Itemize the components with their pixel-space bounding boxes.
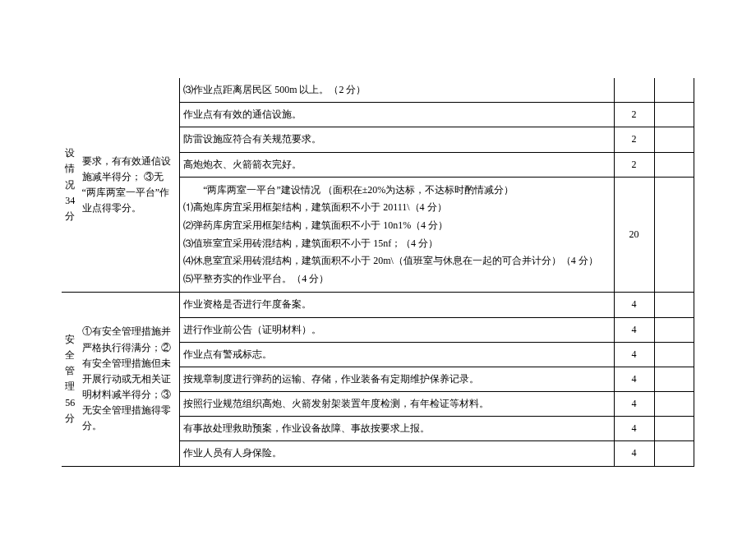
s1-score-3: 2 [614,127,654,152]
s2-item-5: 按照行业规范组织高炮、火箭发射架装置年度检测，有年检证等材料。 [180,392,614,417]
s1-item-5-l4: ⑶值班室宜采用砖混结构，建筑面积不小于 15nf；（4 分） [183,235,610,253]
s1-score-1 [614,78,654,103]
s2-score-7: 4 [614,441,654,466]
evaluation-table: 设情况34分 要求，有有效通信设施减半得分； ③无“两库两室一平台”作业点得零分… [62,78,694,467]
s1-score-2: 2 [614,103,654,127]
s1-empty-1 [654,78,694,103]
s2-empty-4 [654,367,694,391]
s2-item-7: 作业人员有人身保险。 [180,441,614,466]
s2-item-2: 进行作业前公告（证明材料）。 [180,317,614,342]
s2-empty-1 [654,293,694,317]
s2-score-6: 4 [614,417,654,441]
s1-empty-5 [654,177,694,293]
s1-item-5: “两库两室一平台”建设情况 （面积在±20%为达标，不达标时酌情减分） ⑴高炮库… [180,177,614,293]
s1-empty-3 [654,127,694,152]
s2-empty-6 [654,417,694,441]
s1-score-5: 20 [614,177,654,293]
s1-item-2: 作业点有有效的通信设施。 [180,103,614,127]
section1-description: 要求，有有效通信设施减半得分； ③无“两库两室一平台”作业点得零分。 [79,78,180,293]
section1-category: 设情况34分 [62,78,79,293]
s2-score-5: 4 [614,392,654,417]
s1-item-5-l5: ⑷休息室宜采用砖混结构，建筑面积不小于 20m\（值班室与休息在一起的可合并计分… [183,252,610,270]
s2-item-4: 按规章制度进行弹药的运输、存储，作业装备有定期维护保养记录。 [180,367,614,391]
s2-item-1: 作业资格是否进行年度备案。 [180,293,614,317]
s2-empty-5 [654,392,694,417]
s2-item-3: 作业点有警戒标志。 [180,342,614,367]
s1-item-5-l3: ⑵弹药库房宜采用框架结构，建筑面积不小于 10n1%（4 分） [183,217,610,235]
s1-empty-2 [654,103,694,127]
s1-empty-4 [654,152,694,177]
s2-score-2: 4 [614,317,654,342]
s1-item-4: 高炮炮衣、火箭箭衣完好。 [180,152,614,177]
s2-item-6: 有事故处理救助预案，作业设备故障、事故按要求上报。 [180,417,614,441]
s2-score-4: 4 [614,367,654,391]
s1-item-3: 防雷设施应符合有关规范要求。 [180,127,614,152]
s1-row1: 设情况34分 要求，有有效通信设施减半得分； ③无“两库两室一平台”作业点得零分… [62,78,694,103]
s1-item-5-l2: ⑴高炮库房宜采用框架结构，建筑面积不小于 20111\（4 分） [183,199,610,217]
section2-category: 安全管理56分 [62,293,79,466]
s1-score-4: 2 [614,152,654,177]
s2-empty-3 [654,342,694,367]
s2-score-3: 4 [614,342,654,367]
section2-description: ①有安全管理措施并严格执行得满分；②有安全管理措施但未开展行动或无相关证明材料减… [79,293,180,466]
s1-item-5-l1: “两库两室一平台”建设情况 （面积在±20%为达标，不达标时酌情减分） [183,182,610,200]
s2-empty-7 [654,441,694,466]
s2-empty-2 [654,317,694,342]
s2-score-1: 4 [614,293,654,317]
s2-row1: 安全管理56分 ①有安全管理措施并严格执行得满分；②有安全管理措施但未开展行动或… [62,293,694,317]
s1-item-5-l6: ⑸平整夯实的作业平台。（4 分） [183,270,610,288]
s1-item-1: ⑶作业点距离居民区 500m 以上。（2 分） [180,78,614,103]
